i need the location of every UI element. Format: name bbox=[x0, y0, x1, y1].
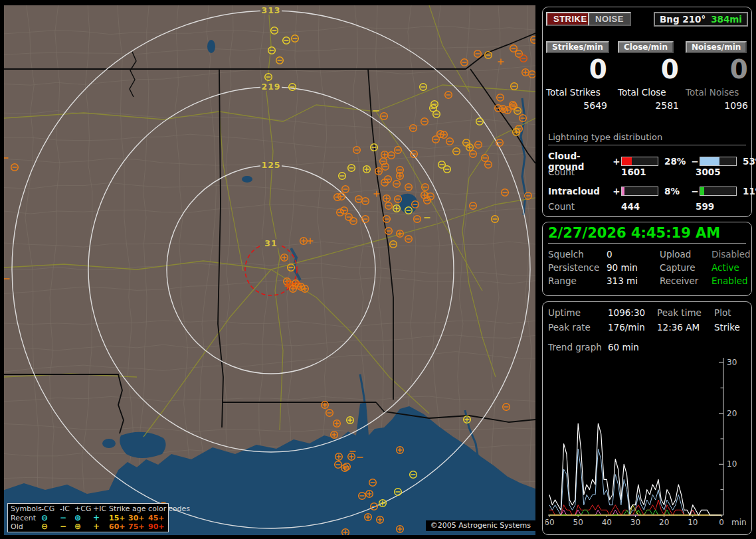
ic-neg-bar bbox=[700, 187, 737, 196]
stats-row: Uptime 1096:30 Peak time Plot bbox=[548, 307, 746, 318]
noises-counter-column: Noises/min 0 Total Noises 1096 bbox=[686, 41, 751, 111]
cg-neg-count: 3005 bbox=[696, 167, 746, 177]
close-per-min-button[interactable]: Close/min bbox=[618, 41, 674, 53]
status-panel: 2/27/2026 4:45:19 AM Squelch 0 Upload Di… bbox=[542, 222, 752, 296]
plot-label: Plot bbox=[714, 307, 746, 318]
peak-time-label: Peak time bbox=[657, 307, 714, 318]
intracloud-count-row: Count 444 599 bbox=[548, 201, 746, 212]
age-90: 90+ bbox=[148, 522, 167, 532]
legend-age-header: Strike age color codes bbox=[109, 504, 167, 514]
ic-pos-recent-icon: + bbox=[93, 514, 109, 523]
cloud-ground-count-row: Count 1601 3005 bbox=[548, 167, 746, 177]
noise-button[interactable]: NOISE bbox=[588, 12, 631, 26]
lightning-type-distribution: Lightning type distribution Cloud-ground… bbox=[548, 132, 746, 212]
cg-pos-bar bbox=[621, 157, 658, 166]
minus-sign: − bbox=[690, 186, 700, 196]
range-label: Range bbox=[548, 275, 607, 286]
cg-neg-old-icon: ⊖ bbox=[41, 522, 60, 532]
trend-x-tick: 40 bbox=[602, 518, 612, 527]
intracloud-row: Intracloud + 8% − 11% bbox=[548, 185, 746, 197]
capture-status: Active bbox=[711, 262, 746, 273]
trend-graph: 1020306050403020100min bbox=[545, 351, 750, 533]
trend-y-tick: 10 bbox=[727, 459, 737, 469]
intracloud-label: Intracloud bbox=[548, 186, 612, 196]
status-row: Squelch 0 Upload Disabled bbox=[548, 249, 746, 260]
trend-x-tick: 60 bbox=[545, 518, 555, 527]
legend-symbols-header: Symbols bbox=[11, 504, 41, 514]
total-close-label: Total Close bbox=[618, 87, 682, 98]
app-window: { "header": { "strike_button": "STRIKE",… bbox=[0, 0, 756, 539]
datetime-display: 2/27/2026 4:45:19 AM bbox=[548, 225, 746, 244]
status-row: Persistence 90 min Capture Active bbox=[548, 262, 746, 273]
trend-y-tick: 30 bbox=[727, 358, 737, 367]
close-per-min-value: 0 bbox=[618, 54, 682, 85]
bearing-distance: 384mi bbox=[711, 14, 742, 25]
count-label: Count bbox=[548, 167, 621, 177]
storm-map[interactable]: 31125219313 Symbols -CG -IC +CG +IC Stri… bbox=[4, 5, 535, 535]
stats-row: Peak rate 176/min 12:36 AM Strike bbox=[548, 322, 746, 333]
upload-label: Upload bbox=[660, 249, 711, 260]
age-15: 15+ bbox=[109, 514, 128, 523]
copyright-notice: ©2005 Astrogenic Systems bbox=[426, 520, 535, 531]
legend-col-ic-pos: +IC bbox=[93, 504, 109, 514]
persistence-value: 90 min bbox=[607, 262, 660, 273]
plus-sign: + bbox=[612, 186, 621, 196]
uptime-value: 1096:30 bbox=[608, 307, 657, 318]
strike-button[interactable]: STRIKE bbox=[546, 12, 595, 26]
total-close-value: 2581 bbox=[618, 100, 682, 111]
ring-label: 313 bbox=[261, 5, 280, 15]
legend-col-cg-pos: +CG bbox=[74, 504, 93, 514]
trend-y-tick: 20 bbox=[727, 409, 737, 418]
strikes-per-min-value: 0 bbox=[546, 54, 610, 85]
trend-x-tick: 0 bbox=[719, 518, 724, 527]
cg-pos-recent-icon: ⊕ bbox=[74, 514, 93, 523]
legend-row-old: Old bbox=[11, 522, 41, 532]
cloud-ground-row: Cloud-ground + 28% − 53% bbox=[548, 151, 746, 163]
ic-neg-percent: 11% bbox=[739, 186, 756, 196]
uptime-label: Uptime bbox=[548, 307, 608, 318]
total-strikes-label: Total Strikes bbox=[546, 87, 610, 98]
trend-x-unit: min bbox=[731, 518, 747, 527]
peak-rate-value: 176/min bbox=[608, 322, 657, 333]
trend-x-tick: 30 bbox=[630, 518, 640, 527]
ring-label: 31 bbox=[264, 238, 277, 248]
strikes-counter-column: Strikes/min 0 Total Strikes 5649 bbox=[546, 41, 610, 111]
bearing-label: Bng 210° bbox=[660, 14, 706, 25]
cg-pos-count: 1601 bbox=[621, 167, 696, 177]
trend-x-tick: 50 bbox=[573, 518, 583, 527]
strikes-per-min-button[interactable]: Strikes/min bbox=[546, 41, 609, 53]
close-counter-column: Close/min 0 Total Close 2581 bbox=[618, 41, 682, 111]
cg-pos-percent: 28% bbox=[661, 156, 690, 167]
map-canvas: 31125219313 bbox=[4, 5, 535, 535]
squelch-label: Squelch bbox=[548, 249, 607, 260]
ic-neg-count: 599 bbox=[696, 201, 746, 212]
ic-pos-old-icon: + bbox=[93, 522, 109, 532]
ring-label: 219 bbox=[261, 82, 280, 92]
legend-col-ic-neg: -IC bbox=[60, 504, 74, 514]
minus-sign: − bbox=[690, 156, 700, 167]
age-75: 75+ bbox=[128, 522, 148, 532]
cg-neg-bar bbox=[700, 157, 737, 166]
total-strikes-value: 5649 bbox=[546, 100, 610, 111]
ic-pos-count: 444 bbox=[621, 201, 696, 212]
receiver-label: Receiver bbox=[660, 275, 711, 286]
age-30: 30+ bbox=[128, 514, 148, 523]
counters-panel: STRIKE NOISE Bng 210° 384mi Strikes/min … bbox=[542, 7, 752, 217]
plus-sign: + bbox=[612, 156, 621, 167]
cg-neg-recent-icon: ⊖ bbox=[41, 514, 60, 523]
noises-per-min-value: 0 bbox=[686, 54, 751, 85]
ic-neg-old-icon: − bbox=[60, 522, 74, 532]
total-noises-value: 1096 bbox=[686, 100, 751, 111]
legend-row-recent: Recent bbox=[11, 514, 41, 523]
squelch-value: 0 bbox=[607, 249, 660, 260]
noises-per-min-button[interactable]: Noises/min bbox=[686, 41, 747, 53]
plot-value: Strike bbox=[714, 322, 746, 333]
count-label: Count bbox=[548, 201, 621, 212]
ic-pos-bar bbox=[621, 187, 658, 196]
trend-x-tick: 20 bbox=[659, 518, 669, 527]
age-60: 60+ bbox=[109, 522, 128, 532]
status-row: Range 313 mi Receiver Enabled bbox=[548, 275, 746, 286]
cg-pos-old-icon: ⊕ bbox=[74, 522, 93, 532]
distribution-title: Lightning type distribution bbox=[548, 132, 746, 145]
range-value: 313 mi bbox=[607, 275, 660, 286]
